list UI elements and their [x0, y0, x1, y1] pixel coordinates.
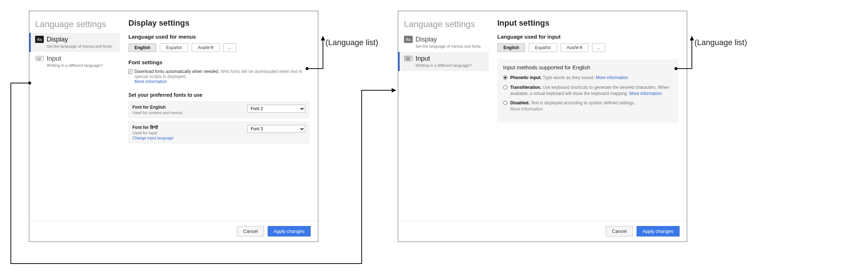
radio-row-disabled[interactable]: Disabled. Text is displayed according to… [503, 100, 672, 112]
sidebar-item-label: Display [47, 36, 116, 43]
lang-chip-more[interactable]: ... [223, 43, 236, 52]
lang-chip-more[interactable]: ... [592, 43, 605, 52]
arrow-chip-to-langlist-b [674, 32, 724, 72]
sidebar-item-label: Input [416, 55, 485, 62]
sidebar-item-sublabel: Writting in a different language? [416, 63, 485, 68]
svg-rect-20 [408, 58, 408, 59]
svg-rect-2 [38, 57, 38, 58]
radio-label: Transliteration. [510, 85, 541, 90]
language-chip-row: English Español Avañe'ẽ ... [497, 43, 678, 52]
dialog-input-settings: Language settings Aa Display Set the lan… [398, 11, 687, 242]
svg-rect-6 [37, 58, 37, 59]
lang-chip-avanee[interactable]: Avañe'ẽ [561, 43, 588, 52]
section-language-menus: Language used for menus [128, 34, 309, 40]
sidebar-title: Language settings [398, 16, 489, 33]
download-fonts-checkbox[interactable]: ✓ [128, 69, 132, 74]
svg-rect-15 [408, 57, 408, 58]
svg-rect-22 [410, 58, 410, 59]
sidebar-item-label: Input [47, 55, 116, 62]
more-information-muted: More information [510, 106, 672, 112]
svg-rect-17 [410, 57, 410, 58]
more-information-link[interactable]: More information [629, 91, 662, 96]
svg-rect-9 [40, 58, 41, 59]
cancel-button[interactable]: Cancel [606, 226, 633, 236]
svg-rect-8 [39, 58, 39, 59]
radio-desc: Text is displayed according to system de… [531, 100, 635, 105]
sidebar-item-display[interactable]: Aa Display Set the language of menus and… [398, 33, 489, 52]
radio-desc: Type words as they sound. [543, 75, 595, 80]
input-methods-panel: Input methods supported for English Phon… [497, 59, 678, 122]
radio-label: Phonetic input. [510, 75, 542, 80]
keyboard-icon [35, 55, 44, 62]
radio-label: Disabled. [510, 100, 529, 105]
radio-row-phonetic[interactable]: Phonetic input. Type words as they sound… [503, 75, 672, 81]
arrow-chip-to-langlist-a [305, 32, 356, 72]
svg-rect-23 [406, 59, 410, 60]
lang-chip-espanol[interactable]: Español [160, 43, 188, 52]
lang-chip-english[interactable]: English [128, 43, 156, 52]
display-icon: Aa [35, 36, 44, 43]
sidebar-item-sublabel: Set the language of menus and fonts. [47, 44, 116, 48]
dialog-footer: Cancel Apply changes [398, 221, 687, 242]
sidebar-item-input[interactable]: Input Writting in a different language? [398, 52, 489, 71]
sidebar-item-sublabel: Writting in a different language? [47, 63, 116, 68]
page-title: Display settings [128, 18, 309, 28]
display-icon: Aa [404, 36, 413, 43]
sidebar-item-label: Display [416, 36, 485, 43]
lang-chip-avanee[interactable]: Avañe'ẽ [192, 43, 220, 52]
arrow-sidebar-input-to-dialog-b [7, 79, 401, 271]
page-title: Input settings [497, 18, 678, 28]
apply-changes-button[interactable]: Apply changes [637, 226, 680, 236]
svg-rect-19 [407, 58, 407, 59]
more-information-link[interactable]: More information [596, 75, 628, 80]
sidebar-item-input[interactable]: Input Writting in a different language? [29, 52, 120, 71]
svg-rect-7 [38, 58, 38, 59]
download-fonts-label: Download fonts automatically when needed… [135, 69, 220, 74]
svg-rect-4 [40, 57, 41, 58]
sidebar-item-display[interactable]: Aa Display Set the language of menus and… [29, 33, 120, 52]
radio-disabled[interactable] [503, 101, 507, 105]
keyboard-icon [404, 55, 413, 62]
section-font-settings: Font settings [128, 59, 309, 65]
content-input: Input settings Language used for input E… [489, 11, 687, 221]
svg-rect-1 [37, 57, 37, 58]
svg-rect-18 [405, 58, 406, 59]
svg-rect-3 [39, 57, 39, 58]
sidebar: Language settings Aa Display Set the lan… [398, 11, 489, 221]
svg-rect-16 [409, 57, 409, 58]
svg-rect-11 [37, 59, 41, 60]
section-language-input: Language used for input [497, 34, 678, 40]
radio-row-transliteration[interactable]: Transliteration. Use keyboard shortcuts … [503, 84, 672, 97]
svg-rect-5 [41, 57, 42, 58]
sidebar-title: Language settings [29, 16, 120, 33]
sidebar-item-sublabel: Set the language of menus and fonts. [416, 44, 485, 48]
lang-chip-espanol[interactable]: Español [529, 43, 557, 52]
lang-chip-english[interactable]: English [497, 43, 525, 52]
radio-transliteration[interactable] [503, 85, 507, 90]
svg-rect-21 [409, 58, 409, 59]
language-chip-row: English Español Avañe'ẽ ... [128, 43, 309, 52]
svg-rect-10 [41, 58, 42, 59]
radio-phonetic[interactable] [503, 75, 507, 80]
svg-rect-14 [407, 57, 407, 58]
svg-rect-13 [405, 57, 406, 58]
input-methods-title: Input methods supported for English [503, 64, 672, 70]
